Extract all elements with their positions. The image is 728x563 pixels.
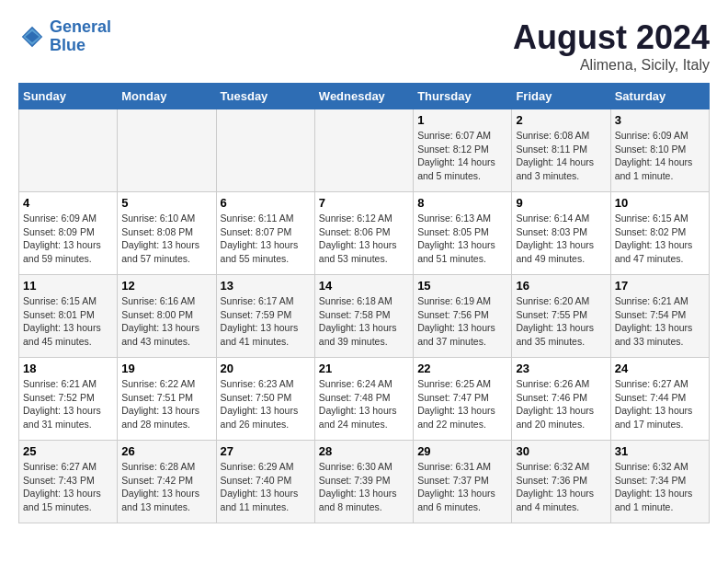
day-number: 7 [319,196,409,210]
header-wednesday: Wednesday [314,84,413,109]
calendar-cell: 8Sunrise: 6:13 AM Sunset: 8:05 PM Daylig… [414,192,512,275]
header-row: SundayMondayTuesdayWednesdayThursdayFrid… [19,84,710,109]
calendar-cell: 22Sunrise: 6:25 AM Sunset: 7:47 PM Dayli… [414,358,512,441]
calendar-cell: 24Sunrise: 6:27 AM Sunset: 7:44 PM Dayli… [610,358,709,441]
day-number: 1 [417,113,507,127]
week-row: 1Sunrise: 6:07 AM Sunset: 8:12 PM Daylig… [19,109,710,192]
logo-icon [18,23,46,51]
calendar-cell: 11Sunrise: 6:15 AM Sunset: 8:01 PM Dayli… [19,275,118,358]
day-info: Sunrise: 6:31 AM Sunset: 7:37 PM Dayligh… [417,460,507,514]
day-number: 8 [417,196,507,210]
day-number: 30 [516,444,606,458]
day-info: Sunrise: 6:19 AM Sunset: 7:56 PM Dayligh… [417,294,507,349]
day-info: Sunrise: 6:32 AM Sunset: 7:36 PM Dayligh… [516,460,606,514]
calendar-cell: 13Sunrise: 6:17 AM Sunset: 7:59 PM Dayli… [216,275,314,358]
day-info: Sunrise: 6:15 AM Sunset: 8:02 PM Dayligh… [615,212,705,266]
day-info: Sunrise: 6:16 AM Sunset: 8:00 PM Dayligh… [121,294,211,349]
day-number: 13 [221,279,311,293]
calendar-cell: 9Sunrise: 6:14 AM Sunset: 8:03 PM Daylig… [512,192,610,275]
day-number: 20 [221,362,311,375]
calendar-cell [216,109,314,192]
day-number: 18 [23,362,113,375]
day-number: 16 [516,279,606,293]
header-friday: Friday [512,84,610,109]
calendar-cell: 17Sunrise: 6:21 AM Sunset: 7:54 PM Dayli… [610,275,709,358]
calendar-cell: 29Sunrise: 6:31 AM Sunset: 7:37 PM Dayli… [414,441,512,523]
title-block: August 2024 Alimena, Sicily, Italy [513,18,710,74]
main-title: August 2024 [513,18,710,57]
calendar-cell: 15Sunrise: 6:19 AM Sunset: 7:56 PM Dayli… [414,275,512,358]
calendar-table: SundayMondayTuesdayWednesdayThursdayFrid… [18,83,710,523]
day-info: Sunrise: 6:15 AM Sunset: 8:01 PM Dayligh… [23,294,113,349]
day-info: Sunrise: 6:25 AM Sunset: 7:47 PM Dayligh… [417,377,507,431]
calendar-cell: 6Sunrise: 6:11 AM Sunset: 8:07 PM Daylig… [216,192,314,275]
calendar-cell: 14Sunrise: 6:18 AM Sunset: 7:58 PM Dayli… [314,275,413,358]
day-info: Sunrise: 6:13 AM Sunset: 8:05 PM Dayligh… [417,212,507,266]
day-info: Sunrise: 6:09 AM Sunset: 8:10 PM Dayligh… [615,129,705,183]
calendar-cell: 30Sunrise: 6:32 AM Sunset: 7:36 PM Dayli… [512,441,610,523]
calendar-cell: 12Sunrise: 6:16 AM Sunset: 8:00 PM Dayli… [118,275,216,358]
week-row: 25Sunrise: 6:27 AM Sunset: 7:43 PM Dayli… [19,441,710,523]
day-number: 2 [516,113,606,127]
calendar-cell: 10Sunrise: 6:15 AM Sunset: 8:02 PM Dayli… [610,192,709,275]
calendar-cell: 21Sunrise: 6:24 AM Sunset: 7:48 PM Dayli… [314,358,413,441]
day-number: 17 [615,279,705,293]
day-info: Sunrise: 6:09 AM Sunset: 8:09 PM Dayligh… [23,212,113,266]
day-number: 21 [319,362,409,375]
day-number: 5 [121,196,211,210]
day-info: Sunrise: 6:27 AM Sunset: 7:44 PM Dayligh… [615,377,705,431]
day-info: Sunrise: 6:08 AM Sunset: 8:11 PM Dayligh… [516,129,606,183]
day-info: Sunrise: 6:21 AM Sunset: 7:52 PM Dayligh… [23,377,113,431]
day-info: Sunrise: 6:20 AM Sunset: 7:55 PM Dayligh… [516,294,606,349]
day-number: 10 [615,196,705,210]
logo: General Blue [18,18,111,55]
logo-line2: Blue [50,36,85,54]
day-info: Sunrise: 6:14 AM Sunset: 8:03 PM Dayligh… [516,212,606,266]
day-number: 15 [417,279,507,293]
week-row: 4Sunrise: 6:09 AM Sunset: 8:09 PM Daylig… [19,192,710,275]
day-number: 31 [615,444,705,458]
calendar-cell: 19Sunrise: 6:22 AM Sunset: 7:51 PM Dayli… [118,358,216,441]
day-number: 19 [121,362,211,375]
day-info: Sunrise: 6:17 AM Sunset: 7:59 PM Dayligh… [221,294,311,349]
day-info: Sunrise: 6:21 AM Sunset: 7:54 PM Dayligh… [615,294,705,349]
day-number: 11 [23,279,113,293]
day-info: Sunrise: 6:24 AM Sunset: 7:48 PM Dayligh… [319,377,409,431]
day-number: 9 [516,196,606,210]
day-number: 12 [121,279,211,293]
header-thursday: Thursday [414,84,512,109]
calendar-cell: 23Sunrise: 6:26 AM Sunset: 7:46 PM Dayli… [512,358,610,441]
calendar-cell: 26Sunrise: 6:28 AM Sunset: 7:42 PM Dayli… [118,441,216,523]
day-info: Sunrise: 6:32 AM Sunset: 7:34 PM Dayligh… [615,460,705,514]
day-info: Sunrise: 6:10 AM Sunset: 8:08 PM Dayligh… [121,212,211,266]
calendar-cell: 4Sunrise: 6:09 AM Sunset: 8:09 PM Daylig… [19,192,118,275]
day-info: Sunrise: 6:30 AM Sunset: 7:39 PM Dayligh… [319,460,409,514]
calendar-cell [118,109,216,192]
day-number: 24 [615,362,705,375]
page-header: General Blue August 2024 Alimena, Sicily… [18,18,710,74]
day-number: 28 [319,444,409,458]
day-info: Sunrise: 6:11 AM Sunset: 8:07 PM Dayligh… [221,212,311,266]
day-number: 29 [417,444,507,458]
calendar-cell: 16Sunrise: 6:20 AM Sunset: 7:55 PM Dayli… [512,275,610,358]
calendar-cell: 27Sunrise: 6:29 AM Sunset: 7:40 PM Dayli… [216,441,314,523]
day-number: 6 [221,196,311,210]
day-info: Sunrise: 6:29 AM Sunset: 7:40 PM Dayligh… [221,460,311,514]
calendar-cell: 18Sunrise: 6:21 AM Sunset: 7:52 PM Dayli… [19,358,118,441]
week-row: 11Sunrise: 6:15 AM Sunset: 8:01 PM Dayli… [19,275,710,358]
day-number: 22 [417,362,507,375]
logo-line1: General [50,17,111,36]
day-info: Sunrise: 6:18 AM Sunset: 7:58 PM Dayligh… [319,294,409,349]
calendar-cell: 31Sunrise: 6:32 AM Sunset: 7:34 PM Dayli… [610,441,709,523]
header-monday: Monday [118,84,216,109]
calendar-cell: 3Sunrise: 6:09 AM Sunset: 8:10 PM Daylig… [610,109,709,192]
calendar-cell: 5Sunrise: 6:10 AM Sunset: 8:08 PM Daylig… [118,192,216,275]
subtitle: Alimena, Sicily, Italy [513,57,710,74]
header-sunday: Sunday [19,84,118,109]
day-info: Sunrise: 6:22 AM Sunset: 7:51 PM Dayligh… [121,377,211,431]
day-info: Sunrise: 6:07 AM Sunset: 8:12 PM Dayligh… [417,129,507,183]
calendar-cell: 7Sunrise: 6:12 AM Sunset: 8:06 PM Daylig… [314,192,413,275]
day-number: 25 [23,444,113,458]
calendar-cell [314,109,413,192]
day-info: Sunrise: 6:27 AM Sunset: 7:43 PM Dayligh… [23,460,113,514]
